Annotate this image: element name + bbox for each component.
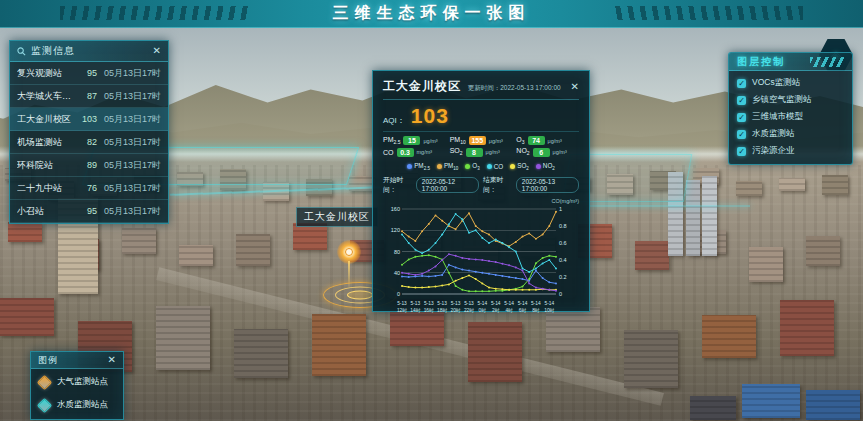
marker-core [345,248,353,256]
close-icon[interactable]: ✕ [571,82,579,92]
station-row[interactable]: 环科院站 89 05月13日17时 [10,154,168,177]
end-time-input[interactable]: 2022-05-13 17:00:00 [516,177,579,193]
layer-panel-title: 图层控制 [737,55,785,69]
pollutant-value-badge: 0.3 [397,148,414,157]
legend-dot-icon [487,164,492,169]
layer-item[interactable]: ✓ 三维城市模型 [737,111,844,123]
building-block [690,396,736,420]
chart-legend-item[interactable]: PM10 [437,162,458,171]
svg-text:5-14: 5-14 [478,301,488,306]
building-block [806,236,840,266]
checkbox-checked-icon[interactable]: ✓ [737,130,746,139]
pollutant-unit: μg/m³ [423,138,437,144]
aqi-row: AQI： 103 [383,100,579,132]
station-row[interactable]: 二十九中站 76 05月13日17时 [10,177,168,200]
pollutant-label: SO2 [450,147,463,156]
building-block [122,228,156,254]
layer-item-label: VOCs监测站 [752,77,800,89]
checkbox-checked-icon[interactable]: ✓ [737,79,746,88]
station-name: 机场监测站 [17,136,74,149]
station-aqi: 76 [74,183,97,193]
svg-text:0.8: 0.8 [559,223,567,229]
station-time: 05月13日17时 [97,159,161,172]
chart-legend-item[interactable]: NO2 [536,162,555,171]
legend-dot-icon [536,164,541,169]
start-time-input[interactable]: 2022-05-12 17:00:00 [416,177,479,193]
chart-legend: PM2.5 PM10 O3 CO SO2 NO2 [383,159,579,173]
hatch-decoration [810,57,844,67]
legend-panel-title: 图例 [38,354,108,367]
svg-text:6时: 6时 [519,308,527,313]
station-detail-popup: 工大金川校区 更新时间：2022-05-13 17:00:00 ✕ AQI： 1… [372,70,590,312]
layer-item[interactable]: ✓ 水质监测站 [737,128,844,140]
svg-text:1: 1 [559,206,562,212]
start-time-label: 开始时间： [383,175,412,195]
layer-item[interactable]: ✓ 污染源企业 [737,145,844,157]
svg-text:0.6: 0.6 [559,240,567,246]
building-block [779,178,805,191]
end-time-label: 结束时间： [483,175,512,195]
close-icon[interactable]: ✕ [153,46,161,56]
svg-text:5-13: 5-13 [464,301,474,306]
station-row[interactable]: 机场监测站 82 05月13日17时 [10,131,168,154]
layer-item[interactable]: ✓ VOCs监测站 [737,77,844,89]
pollutant-unit: μg/m³ [489,138,503,144]
station-row[interactable]: 小召站 95 05月13日17时 [10,200,168,223]
layer-item[interactable]: ✓ 乡镇空气监测站 [737,94,844,106]
update-time: 更新时间：2022-05-13 17:00:00 [461,84,561,93]
pollutant-value-badge: 15 [403,136,420,145]
pollutant-unit: μg/m³ [548,138,562,144]
close-icon[interactable]: ✕ [108,355,116,365]
svg-text:0.4: 0.4 [559,257,567,263]
building-block [293,223,327,250]
pollutant-unit: μg/m³ [486,149,500,155]
pollutant-value-badge: 155 [469,136,486,145]
station-row[interactable]: 工大金川校区 103 05月13日17时 [10,108,168,131]
chart-legend-item[interactable]: O3 [465,162,479,171]
map-station-label[interactable]: 工大金川校区 [296,207,378,227]
pollutant-unit: μg/m³ [553,149,567,155]
station-aqi: 89 [74,160,97,170]
legend-item: 大气监测站点 [39,376,115,388]
station-aqi: 87 [74,91,97,101]
svg-text:5-14: 5-14 [491,301,501,306]
svg-text:5-13: 5-13 [397,301,407,306]
building-block [312,314,366,376]
app-header: 三维生态环保一张图 [0,0,863,28]
svg-text:18时: 18时 [437,308,447,313]
checkbox-checked-icon[interactable]: ✓ [737,147,746,156]
station-row[interactable]: 复兴观测站 95 05月13日17时 [10,62,168,85]
pollutant-value-badge: 8 [466,148,483,157]
pollutant-label: PM10 [450,136,466,145]
svg-text:80: 80 [394,249,400,255]
svg-text:20时: 20时 [450,308,460,313]
station-name: 小召站 [17,205,74,218]
chart-legend-item[interactable]: SO2 [510,162,529,171]
map-canvas[interactable]: 工大金川校区 三维生态环保一张图 监测信息 ✕ 复兴观测站 95 05月13日1… [0,0,863,421]
legend-list: 大气监测站点 水质监测站点 [31,369,123,419]
legend-panel-header: 图例 ✕ [31,352,123,369]
checkbox-checked-icon[interactable]: ✓ [737,113,746,122]
station-diamond-icon [37,374,53,390]
pollutant-trend-chart[interactable]: 0408012016000.20.40.60.815-1312时5-1314时5… [383,202,579,318]
pollutant-label: CO [383,149,394,156]
station-aqi: 103 [74,114,97,124]
svg-text:12时: 12时 [397,308,407,313]
pollutant-grid: PM2.5 15 μg/m³PM10 155 μg/m³O3 74 μg/m³C… [383,132,579,159]
chart-legend-item[interactable]: CO [487,162,503,171]
building-block [234,329,288,378]
aqi-value: 103 [411,104,449,128]
station-time: 05月13日17时 [97,205,161,218]
station-time: 05月13日17时 [97,113,161,126]
station-list: 复兴观测站 95 05月13日17时大学城火车东客站 87 05月13日17时工… [10,62,168,223]
building-block [468,322,522,382]
popup-header: 工大金川校区 更新时间：2022-05-13 17:00:00 ✕ [383,78,579,100]
pollutant-cell: O3 74 μg/m³ [516,136,579,145]
svg-text:5-14: 5-14 [504,301,514,306]
map-legend-panel: 图例 ✕ 大气监测站点 水质监测站点 [30,351,124,420]
station-row[interactable]: 大学城火车东客站 87 05月13日17时 [10,85,168,108]
building-block [686,180,700,256]
chart-legend-item[interactable]: PM2.5 [407,162,430,171]
checkbox-checked-icon[interactable]: ✓ [737,96,746,105]
time-range-row: 开始时间： 2022-05-12 17:00:00 结束时间： 2022-05-… [383,173,579,197]
